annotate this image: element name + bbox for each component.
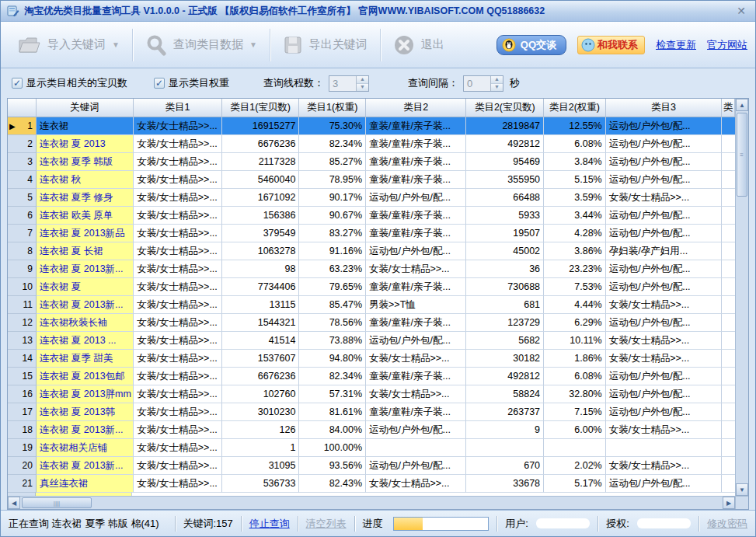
cell-cat1[interactable]: 女装/女士精品>>...	[134, 296, 222, 314]
cell-cat1[interactable]: 女装/女士精品>>...	[134, 439, 222, 457]
cell-weight2[interactable]: 3.86%	[544, 242, 606, 260]
import-keywords-button[interactable]: 导入关键词 ▼	[9, 29, 129, 61]
cell-cat2[interactable]: 运动包/户外包/配...	[366, 189, 466, 207]
column-header-7[interactable]: 类目2(权重)	[544, 99, 606, 117]
show-babycount-checkbox[interactable]: ✓ 显示类目相关的宝贝数	[12, 76, 127, 90]
cell-weight2[interactable]: 3.44%	[544, 207, 606, 225]
cell-keyword[interactable]: 真丝连衣裙	[37, 475, 134, 493]
cell-weight2[interactable]: 2.02%	[544, 457, 606, 475]
exit-button[interactable]: 退出	[384, 28, 454, 62]
cell-weight1[interactable]: 93.56%	[299, 457, 366, 475]
row-header[interactable]: 7	[8, 225, 37, 242]
cell-weight1[interactable]: 85.47%	[299, 296, 366, 314]
cell-partial[interactable]	[722, 332, 735, 350]
cell-partial[interactable]	[722, 278, 735, 296]
cell-count1[interactable]: 3010230	[222, 403, 300, 421]
table-row[interactable]: 2连衣裙 夏 2013女装/女士精品>>...667623682.34%童装/童…	[8, 135, 735, 153]
cell-cat3[interactable]: 运动包/户外包/配...	[606, 225, 722, 242]
cell-count2[interactable]: 5933	[466, 207, 544, 225]
cell-weight1[interactable]: 91.16%	[299, 242, 366, 260]
row-header[interactable]: 5	[8, 189, 37, 207]
cell-weight1[interactable]: 82.34%	[299, 368, 366, 385]
table-row[interactable]: 8连衣裙 夏 长裙女装/女士精品>>...106327891.16%运动包/户外…	[8, 242, 735, 260]
cell-count1[interactable]: 6676236	[222, 135, 300, 153]
cell-partial[interactable]	[722, 421, 735, 439]
cell-partial[interactable]	[722, 385, 735, 403]
scroll-down-icon[interactable]: ▼	[736, 483, 748, 496]
cell-count2[interactable]: 33678	[466, 475, 544, 493]
table-row[interactable]: 17连衣裙 夏 2013韩女装/女士精品>>...301023081.61%童装…	[8, 403, 735, 421]
cell-partial[interactable]	[722, 475, 735, 493]
cell-count1[interactable]: 1671092	[222, 189, 300, 207]
official-site-link[interactable]: 官方网站	[707, 38, 747, 52]
contact-me-button[interactable]: 和我联系	[577, 36, 645, 54]
cell-cat2[interactable]: 童装/童鞋/亲子装...	[366, 171, 466, 189]
cell-cat3[interactable]: 女装/女士精品>>...	[606, 421, 722, 439]
cell-keyword[interactable]: 连衣裙 夏 2013新...	[37, 260, 134, 278]
cell-keyword[interactable]: 连衣裙 夏 2013胖mm	[37, 385, 134, 403]
cell-count2[interactable]: 45002	[466, 242, 544, 260]
row-header[interactable]: 8	[8, 242, 37, 260]
cell-weight2[interactable]: 5.17%	[544, 475, 606, 493]
cell-partial[interactable]	[722, 350, 735, 368]
table-row[interactable]: 3连衣裙 夏季 韩版女装/女士精品>>...211732885.27%童装/童鞋…	[8, 153, 735, 171]
cell-weight1[interactable]: 90.67%	[299, 207, 366, 225]
cell-count1[interactable]: 6676236	[222, 368, 300, 385]
cell-cat2[interactable]: 童装/童鞋/亲子装...	[366, 278, 466, 296]
cell-weight1[interactable]: 82.43%	[299, 475, 366, 493]
cell-count2[interactable]: 36	[466, 260, 544, 278]
row-header[interactable]: 9	[8, 260, 37, 278]
cell-cat3[interactable]: 运动包/户外包/配...	[606, 385, 722, 403]
stepper-down-icon[interactable]: ▼	[491, 83, 503, 91]
cell-partial[interactable]	[722, 457, 735, 475]
cell-count1[interactable]: 1063278	[222, 242, 300, 260]
cell-cat1[interactable]: 女装/女士精品>>...	[134, 421, 222, 439]
cell-partial[interactable]	[722, 135, 735, 153]
table-row[interactable]: 19连衣裙相关店铺女装/女士精品>>...1100.00%	[8, 439, 735, 457]
cell-keyword[interactable]: 连衣裙相关店铺	[37, 439, 134, 457]
cell-keyword[interactable]: 连衣裙	[37, 117, 134, 135]
cell-cat1[interactable]: 女装/女士精品>>...	[134, 314, 222, 332]
cell-count2[interactable]: 5682	[466, 332, 544, 350]
cell-weight2[interactable]: 7.53%	[544, 278, 606, 296]
stepper-up-icon[interactable]: ▲	[491, 76, 503, 83]
cell-count1[interactable]: 126	[222, 421, 300, 439]
table-row[interactable]: 7连衣裙 夏 2013新品女装/女士精品>>...37954983.27%童装/…	[8, 225, 735, 242]
cell-cat3[interactable]: 女装/女士精品>>...	[606, 350, 722, 368]
vertical-scrollbar[interactable]: ▲ ≡ ▼	[735, 99, 748, 496]
row-header[interactable]: 20	[8, 457, 37, 475]
cell-count2[interactable]: 2819847	[466, 117, 544, 135]
cell-cat1[interactable]: 女装/女士精品>>...	[134, 171, 222, 189]
cell-weight1[interactable]: 75.30%	[299, 117, 366, 135]
row-header[interactable]: 15	[8, 368, 37, 385]
cell-cat2[interactable]: 运动包/户外包/配...	[366, 332, 466, 350]
cell-cat3[interactable]: 运动包/户外包/配...	[606, 117, 722, 135]
cell-weight1[interactable]: 73.88%	[299, 332, 366, 350]
row-header[interactable]: 21	[8, 475, 37, 493]
cell-count1[interactable]: 41514	[222, 332, 300, 350]
cell-count1[interactable]: 156386	[222, 207, 300, 225]
cell-keyword[interactable]: 连衣裙 夏季 韩版	[37, 153, 134, 171]
cell-cat1[interactable]: 女装/女士精品>>...	[134, 225, 222, 242]
cell-count2[interactable]: 263737	[466, 403, 544, 421]
cell-count2[interactable]: 123729	[466, 314, 544, 332]
cell-count1[interactable]: 379549	[222, 225, 300, 242]
cell-weight1[interactable]: 90.17%	[299, 189, 366, 207]
cell-keyword[interactable]: 连衣裙 夏	[37, 278, 134, 296]
cell-keyword[interactable]: 连衣裙 秋	[37, 171, 134, 189]
cell-weight1[interactable]: 85.27%	[299, 153, 366, 171]
cell-count2[interactable]: 9	[466, 421, 544, 439]
cell-partial[interactable]	[722, 225, 735, 242]
cell-count2[interactable]: 492812	[466, 135, 544, 153]
row-header[interactable]: 13	[8, 332, 37, 350]
row-header[interactable]: 4	[8, 171, 37, 189]
stepper-down-icon[interactable]: ▼	[357, 83, 368, 91]
clear-list-link[interactable]: 清空列表	[306, 517, 347, 531]
cell-cat1[interactable]: 女装/女士精品>>...	[134, 368, 222, 385]
cell-cat3[interactable]: 运动包/户外包/配...	[606, 171, 722, 189]
cell-cat2[interactable]: 童装/童鞋/亲子装...	[366, 368, 466, 385]
row-header[interactable]: ▶1	[8, 117, 37, 135]
cell-cat2[interactable]: 运动包/户外包/配...	[366, 457, 466, 475]
cell-weight1[interactable]: 81.61%	[299, 403, 366, 421]
cell-count1[interactable]: 2117328	[222, 153, 300, 171]
